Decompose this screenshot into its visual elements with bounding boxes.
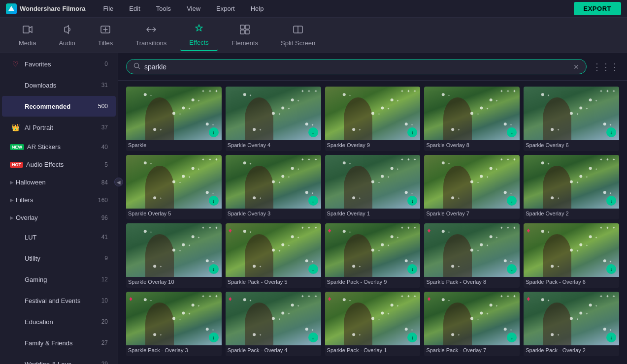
grid-thumb-6: ✦✦✦✦✦✦↓ (126, 155, 222, 209)
recommended-icon (10, 101, 21, 112)
svg-point-215 (390, 303, 393, 306)
download-badge-17[interactable]: ↓ (308, 333, 318, 342)
sidebar-collapse-button[interactable]: ◀ (114, 178, 123, 186)
grid-item-7[interactable]: ✦✦✦✦✦✦↓Sparkle Overlay 3 (226, 155, 321, 219)
toolbar-titles[interactable]: Titles (89, 20, 122, 51)
toolbar-elements[interactable]: Elements (223, 20, 267, 51)
sidebar-ar-stickers-count: 40 (101, 144, 108, 151)
svg-point-35 (390, 98, 393, 101)
export-button[interactable]: EXPORT (574, 2, 621, 15)
sidebar-item-recommended[interactable]: Recommended 500 (2, 96, 116, 117)
toolbar-transitions[interactable]: Transitions (127, 20, 175, 51)
grid-item-9[interactable]: ✦✦✦✦✦✦↓Sparkle Overlay 7 (424, 155, 520, 219)
toolbar-effects[interactable]: Effects (180, 20, 218, 51)
svg-point-231 (504, 328, 507, 331)
grid-item-1[interactable]: ✦✦✦✦✦✦↓Sparkle (126, 87, 222, 151)
download-badge-2[interactable]: ↓ (308, 127, 318, 137)
svg-point-133 (172, 249, 175, 252)
menu-edit[interactable]: Edit (126, 3, 143, 14)
thumb-bg-11: ✦✦✦✦✦✦↓ (126, 223, 222, 277)
download-badge-7[interactable]: ↓ (308, 196, 318, 206)
download-badge-6[interactable]: ↓ (209, 196, 219, 206)
download-badge-10[interactable]: ↓ (606, 196, 616, 206)
svg-text:✦: ✦ (595, 304, 598, 307)
svg-point-167 (490, 235, 493, 238)
thumb-bg-1: ✦✦✦✦✦✦↓ (126, 87, 222, 140)
download-badge-15[interactable]: ↓ (606, 264, 616, 274)
sidebar-item-filters[interactable]: ▶ Filters 160 (2, 191, 116, 209)
grid-item-12[interactable]: ✦✦✦✦✦✦♦↓Sparkle Pack - Overlay 5 (226, 223, 321, 288)
grid-item-8[interactable]: ✦✦✦✦✦✦↓Sparkle Overlay 1 (325, 155, 421, 219)
menu-tools[interactable]: Tools (153, 3, 174, 14)
grid-item-16[interactable]: ✦✦✦✦✦✦♦↓Sparkle Pack - Overlay 3 (126, 292, 222, 356)
sidebar-item-gaming[interactable]: Gaming 12 (2, 269, 116, 290)
grid-item-3[interactable]: ✦✦✦✦✦✦↓Sparkle Overlay 9 (325, 87, 421, 151)
svg-text:✦: ✦ (311, 123, 314, 126)
grid-item-10[interactable]: ✦✦✦✦✦✦↓Sparkle Overlay 2 (524, 155, 619, 219)
search-icon (133, 62, 140, 71)
svg-text:✦: ✦ (510, 192, 513, 195)
grid-item-5[interactable]: ✦✦✦✦✦✦↓Sparkle Overlay 6 (524, 87, 619, 151)
svg-point-33 (342, 93, 345, 96)
grid-item-19[interactable]: ✦✦✦✦✦✦♦↓Sparkle Pack - Overlay 7 (424, 292, 520, 356)
sidebar-item-lut[interactable]: LUT 41 (2, 227, 116, 247)
grid-item-6[interactable]: ✦✦✦✦✦✦↓Sparkle Overlay 5 (126, 155, 222, 219)
download-badge-16[interactable]: ↓ (209, 333, 219, 342)
svg-point-163 (381, 243, 384, 246)
sidebar-item-utility[interactable]: Utility 9 (2, 248, 116, 269)
sidebar-item-favorites[interactable]: ♡ Favorites 0 (2, 54, 116, 74)
sidebar-item-ar-stickers[interactable]: NEW AR Stickers 40 (2, 138, 116, 155)
sidebar-item-festival-events[interactable]: Festival and Events 10 (2, 290, 116, 311)
sidebar-item-family-friends[interactable]: Family & Friends 27 (2, 333, 116, 353)
svg-point-135 (206, 259, 209, 262)
grid-item-14[interactable]: ✦✦✦✦✦✦♦↓Sparkle Pack - Overlay 8 (424, 223, 520, 288)
download-badge-1[interactable]: ↓ (209, 127, 219, 137)
menu-export[interactable]: Export (213, 3, 238, 14)
sidebar-item-education[interactable]: Education 20 (2, 311, 116, 332)
grid-item-18[interactable]: ✦✦✦✦✦✦♦↓Sparkle Pack - Overlay 1 (325, 292, 421, 356)
grid-options-button[interactable]: ⋮⋮⋮ (593, 61, 619, 72)
sidebar-item-audio-effects[interactable]: HOT Audio Effects 5 (2, 156, 116, 173)
search-clear-button[interactable]: ✕ (573, 63, 579, 71)
grid-item-15[interactable]: ✦✦✦✦✦✦♦↓Sparkle Pack - Overlay 6 (524, 223, 619, 288)
grid-label-14: Sparkle Pack - Overlay 8 (424, 277, 520, 288)
svg-point-17 (153, 128, 156, 131)
toolbar-media-label: Media (19, 39, 36, 47)
svg-point-129 (144, 230, 147, 233)
sidebar-education-label: Education (25, 318, 99, 326)
grid-item-4[interactable]: ✦✦✦✦✦✦↓Sparkle Overlay 8 (424, 87, 520, 151)
svg-point-119 (589, 167, 592, 170)
svg-text:✦: ✦ (150, 162, 152, 165)
sidebar-item-halloween[interactable]: ▶ Halloween 84 (2, 174, 116, 191)
sidebar-item-wedding-love[interactable]: Wedding & Love 29 (2, 354, 116, 364)
grid-item-17[interactable]: ✦✦✦✦✦✦♦↓Sparkle Pack - Overlay 4 (226, 292, 321, 356)
menu-view[interactable]: View (184, 3, 203, 14)
grid-item-20[interactable]: ✦✦✦✦✦✦♦↓Sparkle Pack - Overlay 2 (524, 292, 619, 356)
svg-text:✦: ✦ (249, 94, 252, 97)
grid-item-2[interactable]: ✦✦✦✦✦✦↓Sparkle Overlay 4 (226, 87, 321, 151)
svg-text:✦: ✦ (557, 128, 560, 131)
download-badge-11[interactable]: ↓ (209, 264, 219, 274)
sidebar-item-downloads[interactable]: Downloads 31 (2, 75, 116, 95)
sidebar-item-ai-portrait[interactable]: 👑 AI Portrait 37 (2, 117, 116, 138)
toolbar-media[interactable]: Media (10, 20, 45, 51)
svg-text:✦: ✦ (259, 128, 262, 131)
svg-point-157 (371, 249, 374, 252)
svg-text:✦: ✦ (510, 329, 513, 332)
download-badge-20[interactable]: ↓ (606, 333, 616, 342)
svg-text:✦: ✦ (387, 176, 390, 179)
svg-text:✦: ✦ (278, 249, 280, 252)
premium-badge-15: ♦ (527, 226, 530, 234)
grid-item-13[interactable]: ✦✦✦✦✦✦♦↓Sparkle Pack - Overlay 9 (325, 223, 421, 288)
grid-item-11[interactable]: ✦✦✦✦✦✦↓Sparkle Overlay 10 (126, 223, 222, 288)
sidebar-halloween-count: 84 (101, 179, 108, 186)
toolbar-split-screen[interactable]: Split Screen (272, 20, 324, 51)
menu-help[interactable]: Help (248, 3, 267, 14)
sidebar-item-overlay[interactable]: ▶ Overlay 96 (2, 209, 116, 226)
download-badge-5[interactable]: ↓ (606, 127, 616, 137)
toolbar-audio[interactable]: Audio (50, 20, 84, 51)
search-input[interactable] (144, 63, 569, 71)
download-badge-12[interactable]: ↓ (308, 264, 318, 274)
premium-badge-17: ♦ (229, 295, 232, 303)
menu-file[interactable]: File (100, 3, 116, 14)
